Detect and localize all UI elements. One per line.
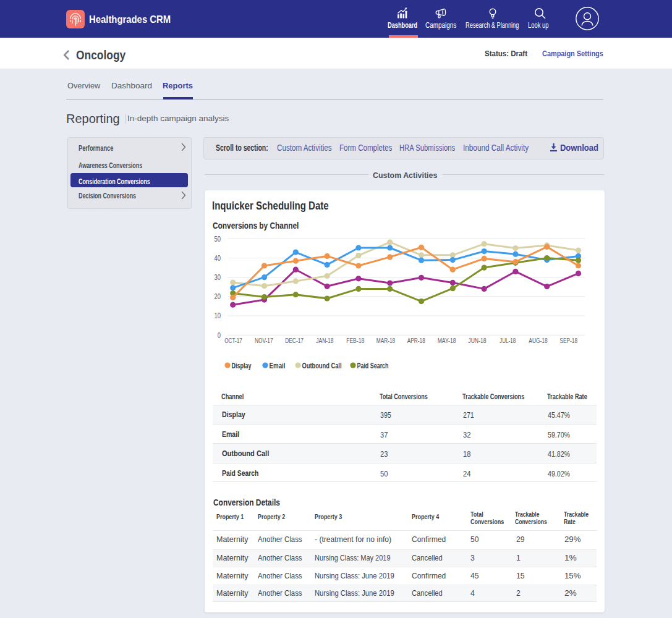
svg-text:Outbound Call: Outbound Call <box>302 362 342 370</box>
svg-text:Email: Email <box>270 362 286 370</box>
svg-text:30: 30 <box>215 273 221 282</box>
svg-text:DEC-17: DEC-17 <box>285 337 304 344</box>
svg-text:MAR-18: MAR-18 <box>376 337 396 344</box>
svg-text:JUL-18: JUL-18 <box>500 337 516 344</box>
svg-text:Display: Display <box>232 362 252 370</box>
svg-text:JUN-18: JUN-18 <box>468 337 486 344</box>
svg-text:10: 10 <box>215 311 221 320</box>
svg-text:NOV-17: NOV-17 <box>255 337 273 344</box>
svg-text:FEB-18: FEB-18 <box>346 337 364 344</box>
svg-text:AUG-18: AUG-18 <box>529 337 547 344</box>
svg-text:JAN-18: JAN-18 <box>316 337 333 344</box>
svg-text:0: 0 <box>218 331 221 340</box>
svg-text:SEP-18: SEP-18 <box>560 337 578 344</box>
svg-text:APR-18: APR-18 <box>407 337 425 344</box>
svg-text:MAY-18: MAY-18 <box>438 337 456 344</box>
svg-text:40: 40 <box>215 254 221 263</box>
svg-text:20: 20 <box>215 292 221 301</box>
svg-text:Paid Search: Paid Search <box>357 362 389 370</box>
svg-text:OCT-17: OCT-17 <box>224 337 242 344</box>
svg-text:50: 50 <box>215 235 221 243</box>
